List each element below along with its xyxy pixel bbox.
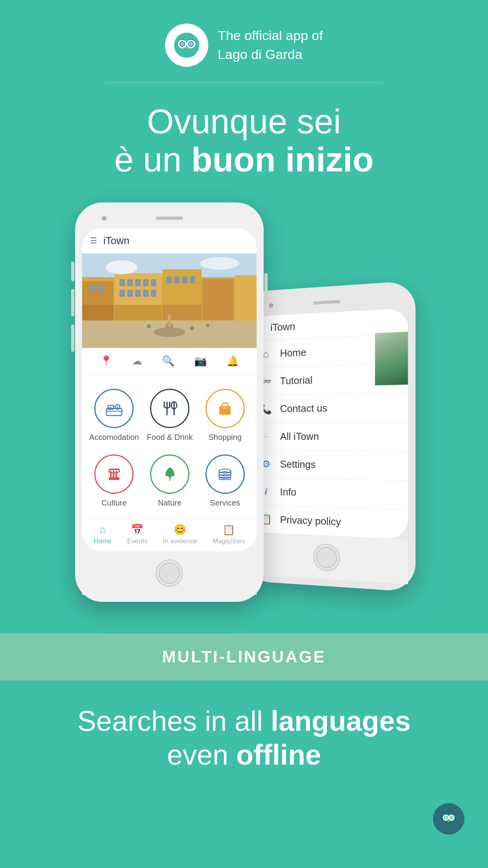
menu-tutorial-label: Tutorial [280,374,313,387]
nav-magazines[interactable]: 📋 Magazines [213,524,245,545]
cat-label-shopping: Shopping [208,433,242,442]
logo-tagline: The official app of Lago di Garda [218,26,323,64]
location-icon[interactable]: 📍 [100,355,112,367]
phones-section: ☰ iTown [59,202,429,625]
phone-title-right: iTown [270,320,295,334]
svg-point-0 [174,33,199,58]
svg-rect-39 [168,314,171,326]
menu-home-label: Home [280,346,306,359]
headline-line2-prefix: è un [114,140,191,179]
headline: Ovunque sei è un buon inizio [114,103,374,179]
svg-rect-26 [143,279,149,286]
tagline-prefix2: even [167,739,236,771]
home-button-area [82,552,257,595]
headline-line2-bold: buon inizio [191,140,374,179]
nav-home-label: Home [94,537,112,545]
menu-privacy-label: Privacy policy [280,513,341,528]
menu-item-info[interactable]: i Info [251,478,408,510]
svg-rect-34 [174,276,180,283]
tagline-prefix1: Searches in all [77,705,271,737]
home-button[interactable] [156,559,183,587]
evidence-nav-icon: 😊 [174,524,186,536]
bottom-tagline-line1: Searches in all languages [16,704,472,738]
nav-evidence[interactable]: 😊 In evidence [163,524,197,545]
svg-rect-57 [223,408,227,408]
bottom-tagline-line2: even offline [16,738,472,772]
power-button [264,273,268,297]
category-services[interactable]: Services [197,448,253,514]
category-nature[interactable]: Nature [142,448,198,514]
nav-events-label: Events [127,537,147,545]
home-button-right[interactable] [313,543,340,572]
svg-point-49 [117,406,118,408]
svg-rect-29 [127,290,133,297]
svg-rect-33 [166,276,172,283]
phone-left: ☰ iTown [75,202,264,602]
phone-title-left: iTown [103,235,129,247]
svg-rect-17 [235,275,257,320]
menu-item-all-itown[interactable]: ··· All iTown [251,422,408,451]
svg-point-68 [219,474,231,478]
camera-icon[interactable]: 📷 [194,355,207,367]
menu-item-settings[interactable]: ⚙ Settings [251,450,408,480]
cat-label-nature: Nature [158,498,182,508]
bottom-section: MULTI-LINGUAGE Searches in all languages… [0,633,488,859]
svg-point-42 [147,324,151,328]
svg-rect-50 [106,411,122,412]
svg-rect-25 [135,279,141,286]
volume-down-button [71,289,74,316]
nav-home[interactable]: ⌂ Home [94,524,112,545]
hamburger-icon[interactable]: ☰ [90,236,97,245]
category-shopping[interactable]: Shopping [197,383,253,448]
volume-up-button [71,261,74,281]
bottom-tagline: Searches in all languages even offline [0,680,488,804]
bottom-logo [433,803,464,835]
home-button-area-right [251,532,408,584]
category-food[interactable]: Food & Drink [142,383,198,448]
hero-image [82,254,257,348]
svg-point-7 [182,43,183,45]
partial-photo [375,331,408,385]
phone-screen-left: ☰ iTown [82,228,257,552]
svg-rect-32 [151,290,156,297]
headline-line2: è un buon inizio [114,141,374,179]
cat-circle-food [150,389,189,428]
svg-rect-31 [143,290,149,297]
phone-shell-left: ☰ iTown [75,202,264,602]
phone-top-bar-left: ☰ iTown [82,228,257,254]
svg-point-43 [190,326,194,330]
svg-marker-80 [448,820,450,822]
phone-screen-right: ☰ iTown ⌂ Home 👓 Tutorial [251,308,408,539]
home-button-inner [159,563,180,584]
multilang-band: MULTI-LINGUAGE [0,633,488,680]
svg-point-78 [446,817,447,818]
headline-line1: Ovunque sei [114,103,374,141]
bell-icon[interactable]: 🔔 [226,355,239,367]
menu-all-label: All iTown [280,430,319,443]
cat-circle-accomodation [94,389,134,428]
magazines-nav-icon: 📋 [222,524,235,536]
category-accomodation[interactable]: Accomodation [86,383,142,448]
cat-circle-nature [150,454,189,494]
menu-item-contact[interactable]: 📞 Contact us [251,393,408,423]
svg-point-79 [451,817,452,818]
multilang-label: MULTI-LINGUAGE [162,647,326,666]
tagline-bold1: languages [271,705,411,737]
svg-rect-22 [98,285,103,292]
svg-rect-30 [135,290,141,297]
cat-label-services: Services [210,498,240,508]
svg-point-40 [106,260,137,274]
svg-rect-60 [113,471,114,477]
cloud-icon[interactable]: ☁ [132,355,142,367]
svg-rect-23 [119,279,125,286]
svg-rect-63 [109,469,119,470]
svg-rect-21 [90,285,95,292]
category-culture[interactable]: Culture [86,448,142,514]
svg-rect-36 [190,276,195,283]
search-icon[interactable]: 🔍 [162,355,174,367]
mute-button [71,324,74,352]
svg-rect-56 [219,406,231,415]
menu-info-label: Info [280,486,296,498]
events-nav-icon: 📅 [131,524,143,536]
nav-events[interactable]: 📅 Events [127,524,147,545]
